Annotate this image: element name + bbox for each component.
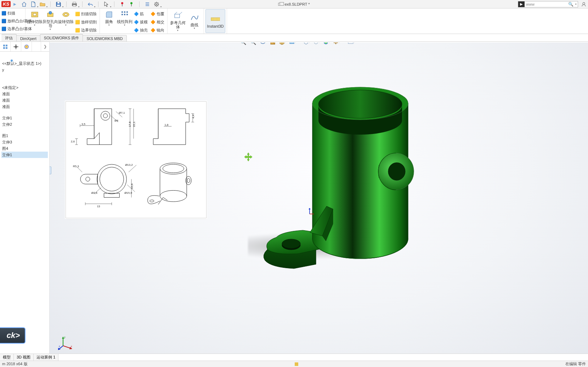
mirror-button[interactable]: 🔶镜向 [151, 26, 164, 34]
reference-geometry-button[interactable]: 参考几何体▾ [169, 10, 187, 32]
render-tools-icon[interactable]: ▾ [348, 43, 355, 46]
open-file-icon[interactable]: ▾ [40, 1, 45, 7]
status-bar: m 2018 x64 版 在编辑 零件 [0, 361, 588, 367]
tree-item[interactable]: y [1, 67, 48, 73]
tree-item-plane[interactable]: 准面 [1, 103, 48, 110]
status-edit-mode: 在编辑 零件 [565, 361, 586, 367]
tree-item-sketch[interactable]: 图1 [1, 132, 48, 139]
bottom-view-tabs: 模型 3D 视图 运动算例 1 [0, 354, 588, 361]
home-icon[interactable] [21, 1, 27, 7]
instant3d-button[interactable]: Instant3D [205, 9, 225, 33]
tab-dimxpert[interactable]: DimXpert [16, 35, 40, 41]
breadcrumb-dot-icon [11, 60, 13, 62]
previous-view-icon[interactable] [259, 43, 266, 46]
panel-expand-icon[interactable]: ❯ [41, 42, 49, 51]
svg-rect-3 [73, 2, 76, 4]
svg-point-23 [49, 11, 52, 14]
traffic-red-icon[interactable] [119, 1, 125, 7]
revolve-cut-button[interactable]: 旋转切除▾ [58, 9, 74, 27]
svg-point-57 [101, 111, 110, 120]
user-icon[interactable] [581, 1, 587, 7]
splitter-handle[interactable] [50, 166, 51, 174]
lofted-cut-button[interactable]: 🟨放样切割 [75, 18, 97, 26]
shell-button[interactable]: 🔷抽壳 [134, 26, 148, 34]
svg-point-53 [324, 43, 328, 44]
window-restore-icon[interactable] [278, 3, 282, 6]
apply-scene-icon[interactable]: ▾ [323, 43, 330, 46]
bp-dim: 22,1 [132, 122, 136, 127]
select-icon[interactable]: ▾ [103, 1, 109, 7]
svg-rect-42 [3, 45, 5, 46]
undo-icon[interactable]: ▾ [87, 1, 93, 7]
bottom-tab-3dview[interactable]: 3D 视图 [14, 354, 34, 361]
bottom-tab-model[interactable]: 模型 [0, 354, 14, 361]
view-orientation-triad[interactable]: y x z [58, 335, 74, 351]
svg-point-10 [156, 4, 157, 5]
tree-item-extrude[interactable]: 立伸2 [1, 121, 48, 128]
svg-line-33 [175, 12, 177, 14]
intersect-button[interactable]: 🔶相交 [151, 18, 164, 26]
hole-wizard-button[interactable]: 异型孔向导▾ [43, 9, 58, 31]
feature-tree[interactable]: <<默认>_显示状态 1>) y <未指定> 准面 准面 准面 立伸1 立伸2 … [0, 58, 49, 159]
play-icon[interactable]: ▶ [13, 2, 16, 6]
tree-item-material[interactable]: <未指定> [1, 84, 48, 91]
svg-point-55 [335, 43, 337, 44]
bottom-tab-motion[interactable]: 运动算例 1 [34, 354, 58, 361]
extrude-cut-button[interactable]: 拉伸切除▾ [27, 9, 43, 27]
tab-evaluate[interactable]: 评估 [1, 34, 17, 41]
svg-rect-35 [211, 18, 220, 21]
wrap-button[interactable]: 🔶包覆 [151, 10, 164, 18]
graphics-viewport[interactable]: 🔍 🔍 ▾ ▾ ▾ ▾ ▾ ▾ ▾ [50, 43, 588, 361]
traffic-green-icon[interactable] [129, 1, 134, 7]
zoom-fit-icon[interactable]: 🔍 [239, 43, 247, 46]
zoom-area-icon[interactable]: 🔍 [249, 43, 256, 46]
svg-point-52 [314, 43, 318, 44]
view-settings-icon[interactable]: ▾ [333, 43, 340, 46]
origin-marker [308, 208, 315, 215]
tree-item-plane[interactable]: 准面 [1, 97, 48, 103]
options-gear-icon[interactable]: ▾ [154, 1, 159, 7]
tree-item-plane[interactable]: 准面 [1, 91, 48, 97]
rib-button[interactable]: 🔷筋 [134, 10, 144, 18]
search-dropdown-icon[interactable]: ▾ [574, 3, 578, 6]
tree-item-extrude[interactable]: 立伸1 [1, 115, 48, 121]
curves-button[interactable]: 曲线▾ [187, 12, 202, 30]
tree-item-extrude-selected[interactable]: 立伸1 [1, 152, 48, 158]
section-view-icon[interactable] [269, 43, 276, 46]
save-icon[interactable]: ▾ [56, 1, 61, 7]
tree-item[interactable] [1, 73, 48, 79]
bp-dim: Ø2,6 [91, 191, 98, 194]
search-prefix-icon[interactable]: ▶ [518, 1, 525, 7]
new-file-icon[interactable]: ▾ [30, 1, 36, 7]
panel-tab-feature-tree-icon[interactable] [0, 42, 11, 51]
tree-item-extrude[interactable]: 立伸3 [1, 139, 48, 145]
svg-point-86 [160, 163, 187, 174]
tree-display-state[interactable]: <<默认>_显示状态 1>) [1, 60, 48, 67]
swept-cut-button[interactable]: 🟨扫描切除 [75, 10, 97, 18]
tree-item-sketch[interactable]: 图4 [1, 145, 48, 152]
edit-appearance-icon[interactable]: ▾ [313, 43, 320, 46]
tab-sw-mbd[interactable]: SOLIDWORKS MBD [83, 35, 126, 41]
list-icon[interactable] [145, 1, 150, 7]
bp-dim: 13 [97, 205, 100, 208]
search-magnifier-icon[interactable]: 🔍 [567, 2, 574, 7]
search-box: ▶ 🔍 ▾ [518, 1, 578, 7]
fillet-button[interactable]: 圆角▾ [101, 9, 117, 27]
svg-point-76 [100, 167, 124, 191]
display-style-icon[interactable]: ▾ [289, 43, 296, 46]
svg-rect-31 [126, 14, 128, 15]
search-input[interactable] [525, 2, 567, 6]
tab-sw-addins[interactable]: SOLIDWORKS 插件 [40, 34, 83, 41]
svg-point-88 [160, 190, 187, 202]
panel-tab-config-icon[interactable] [21, 42, 32, 51]
model-3d[interactable] [202, 64, 429, 276]
hide-show-icon[interactable]: ▾ [303, 43, 310, 46]
view-orientation-icon[interactable]: ▾ [279, 43, 286, 46]
svg-point-19 [583, 2, 585, 5]
swept-boss-button[interactable]: 🟦扫描 [1, 9, 15, 17]
print-icon[interactable]: ▾ [72, 1, 77, 7]
linear-pattern-button[interactable]: 线性阵列▾ [117, 9, 132, 27]
draft-button[interactable]: 🔷拔模 [134, 18, 148, 26]
boundary-cut-button[interactable]: 🟨边界切除 [75, 26, 97, 34]
panel-tab-property-icon[interactable] [11, 42, 21, 51]
